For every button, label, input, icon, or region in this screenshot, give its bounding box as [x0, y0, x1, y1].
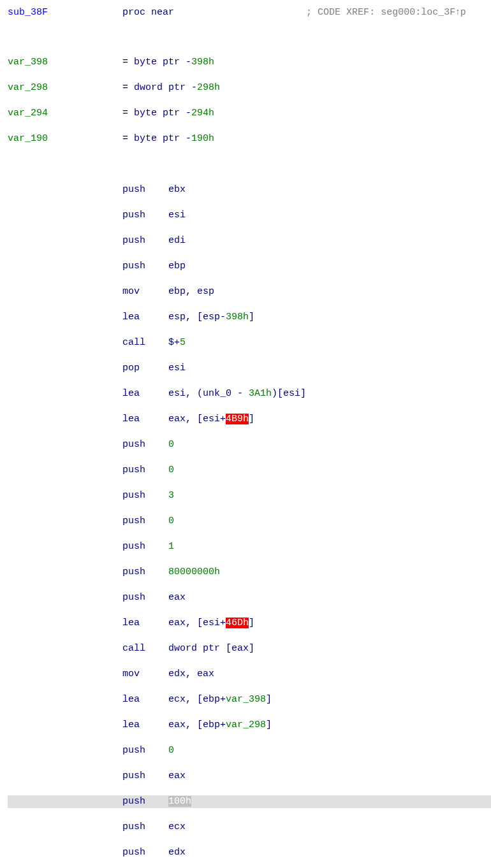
var-decl: = byte ptr - — [122, 57, 191, 68]
disasm-line[interactable]: push esi — [8, 209, 491, 222]
mnemonic: lea — [122, 618, 140, 628]
mnemonic: push — [122, 465, 145, 475]
disasm-line[interactable]: push 0 — [8, 744, 491, 757]
var-decl: = byte ptr - — [122, 133, 191, 144]
operand: esi — [168, 363, 186, 373]
mnemonic: push — [122, 210, 145, 221]
disasm-line[interactable]: push 0 — [8, 438, 491, 451]
disasm-line[interactable]: pop esi — [8, 362, 491, 375]
operand: 46Dh — [226, 618, 249, 628]
mnemonic: push — [122, 821, 145, 832]
operand: 0 — [168, 745, 174, 756]
disasm-line[interactable]: push 80000000h — [8, 566, 491, 579]
operand: ebp, esp — [168, 286, 214, 297]
disasm-line[interactable] — [8, 31, 491, 43]
operand: ] — [266, 720, 272, 730]
operand: var_298 — [226, 720, 266, 730]
operand: 5 — [180, 337, 186, 348]
mnemonic: push — [122, 261, 145, 271]
up-arrow-icon: ↑ — [455, 6, 460, 17]
function-name: sub_38F — [8, 7, 48, 18]
disasm-line[interactable]: mov ebp, esp — [8, 286, 491, 298]
var-offset: 190h — [191, 133, 214, 144]
mnemonic: lea — [122, 388, 140, 399]
mnemonic: push — [122, 439, 145, 450]
operand: ] — [249, 312, 254, 322]
operand: 3 — [168, 490, 174, 501]
operand: 100h — [168, 796, 191, 807]
var-name: var_298 — [8, 82, 48, 93]
operand: ebp — [168, 261, 186, 271]
disasm-line[interactable]: push 0 — [8, 515, 491, 528]
disasm-line[interactable]: push edi — [8, 235, 491, 247]
disasm-line[interactable]: var_398 = byte ptr -398h — [8, 56, 491, 69]
proc-directive: proc near — [122, 7, 174, 18]
disasm-line[interactable]: mov edx, eax — [8, 668, 491, 681]
operand: eax, [ebp+ — [168, 720, 226, 730]
disasm-line[interactable]: push eax — [8, 770, 491, 783]
disasm-line[interactable]: lea eax, [esi+46Dh] — [8, 617, 491, 630]
operand: edi — [168, 235, 186, 246]
operand: ecx — [168, 821, 186, 832]
disasm-line[interactable]: push 100h — [8, 795, 491, 808]
operand: ecx, [ebp+ — [168, 694, 226, 705]
mnemonic: push — [122, 235, 145, 246]
disasm-line[interactable]: call dword ptr [eax] — [8, 642, 491, 655]
operand: )[esi] — [272, 388, 306, 399]
operand: 3A1h — [249, 388, 272, 399]
operand: edx — [168, 847, 186, 858]
operand: 80000000h — [168, 567, 220, 577]
var-name: var_294 — [8, 108, 48, 119]
disasm-line[interactable]: push eax — [8, 591, 491, 604]
operand: eax — [168, 592, 186, 603]
var-offset: 398h — [191, 57, 214, 68]
var-offset: 298h — [197, 82, 220, 93]
mnemonic: pop — [122, 363, 140, 373]
disasm-line[interactable]: lea eax, [esi+4B9h] — [8, 413, 491, 426]
disasm-line[interactable]: var_298 = dword ptr -298h — [8, 82, 491, 94]
disasm-line[interactable]: lea esp, [esp-398h] — [8, 311, 491, 324]
operand: ] — [249, 414, 254, 424]
var-decl: = byte ptr - — [122, 108, 191, 119]
mnemonic: push — [122, 567, 145, 577]
operand: dword ptr [eax] — [168, 643, 254, 654]
mnemonic: push — [122, 847, 145, 858]
operand: 398h — [226, 312, 249, 322]
disasm-line[interactable]: call $+5 — [8, 336, 491, 349]
disasm-line[interactable]: lea eax, [ebp+var_298] — [8, 719, 491, 732]
disasm-line[interactable]: push edx — [8, 846, 491, 859]
operand: 0 — [168, 465, 174, 475]
mnemonic: mov — [122, 669, 140, 679]
mnemonic: push — [122, 796, 145, 807]
mnemonic: lea — [122, 720, 140, 730]
disasm-line[interactable]: push 0 — [8, 464, 491, 477]
disasm-line[interactable]: push ebp — [8, 260, 491, 273]
mnemonic: push — [122, 516, 145, 526]
disasm-line[interactable]: sub_38F proc near ; CODE XREF: seg000:lo… — [8, 5, 491, 18]
mnemonic: lea — [122, 694, 140, 705]
disasm-line[interactable]: var_190 = byte ptr -190h — [8, 133, 491, 145]
disasm-line[interactable]: var_294 = byte ptr -294h — [8, 107, 491, 120]
disasm-line[interactable]: push 1 — [8, 540, 491, 553]
disasm-line[interactable]: lea esi, (unk_0 - 3A1h)[esi] — [8, 387, 491, 400]
disasm-line[interactable]: lea ecx, [ebp+var_398] — [8, 693, 491, 706]
operand: esi — [168, 210, 186, 221]
disasm-line[interactable] — [8, 158, 491, 171]
operand: ] — [249, 618, 254, 628]
mnemonic: push — [122, 745, 145, 756]
operand: eax, [esi+ — [168, 618, 226, 628]
operand: ] — [266, 694, 272, 705]
mnemonic: push — [122, 541, 145, 552]
disasm-line[interactable]: push ecx — [8, 821, 491, 834]
disasm-line[interactable]: push ebx — [8, 184, 491, 196]
var-name: var_398 — [8, 57, 48, 68]
disasm-line[interactable]: push 3 — [8, 489, 491, 502]
operand: eax — [168, 770, 186, 781]
operand: ebx — [168, 184, 186, 195]
operand: 0 — [168, 439, 174, 450]
disassembly-listing[interactable]: sub_38F proc near ; CODE XREF: seg000:lo… — [0, 0, 491, 868]
mnemonic: push — [122, 592, 145, 603]
xref-comment: p — [460, 7, 466, 18]
operand: eax, [esi+ — [168, 414, 226, 424]
mnemonic: mov — [122, 286, 140, 297]
